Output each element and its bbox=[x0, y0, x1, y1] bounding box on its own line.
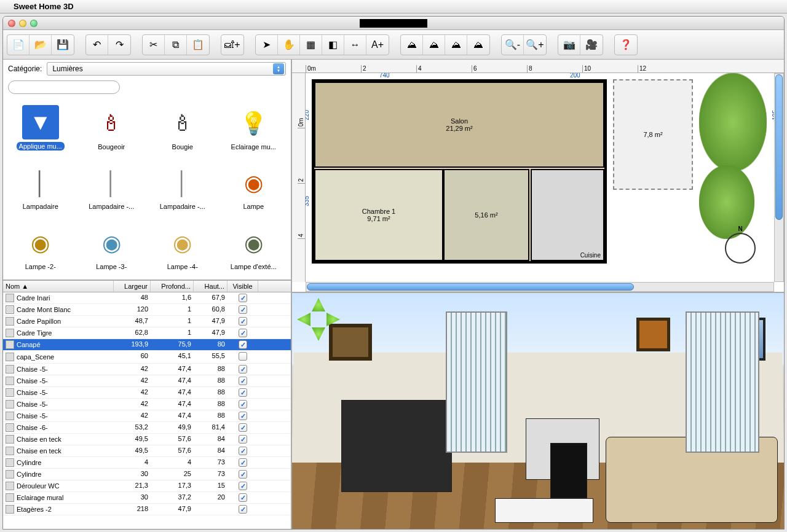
visible-checkbox[interactable]: ✓ bbox=[239, 423, 247, 432]
floorplan-outline[interactable]: Salon 21,29 m² Chambre 1 9,71 m² 5,16 m²… bbox=[312, 79, 607, 264]
cell-visible[interactable]: ✓ bbox=[227, 422, 258, 433]
open-file-button[interactable]: 📂 bbox=[30, 35, 52, 55]
add-furniture-button[interactable]: 🛋+ bbox=[221, 35, 243, 55]
table-row[interactable]: Cylindre4473✓ bbox=[3, 457, 291, 469]
cell-visible[interactable]: ✓ bbox=[227, 434, 258, 445]
table-row[interactable]: Eclairage mural3037,220✓ bbox=[3, 492, 291, 504]
visible-checkbox[interactable]: ✓ bbox=[239, 317, 247, 326]
table-row[interactable]: Cadre Mont Blanc120160,8✓ bbox=[3, 304, 291, 316]
column-visible[interactable]: Visible bbox=[227, 281, 258, 292]
cut-button[interactable]: ✂ bbox=[143, 35, 165, 55]
visible-checkbox[interactable]: ✓ bbox=[239, 388, 247, 397]
minimize-window-button[interactable] bbox=[19, 20, 26, 27]
app-name[interactable]: Sweet Home 3D bbox=[14, 2, 74, 11]
help-button[interactable]: ❓ bbox=[615, 35, 637, 55]
window-titlebar[interactable] bbox=[3, 17, 784, 30]
table-row[interactable]: Cadre Tigre62,8147,9✓ bbox=[3, 327, 291, 339]
cell-visible[interactable]: ✓ bbox=[227, 387, 258, 398]
visible-checkbox[interactable]: ✓ bbox=[239, 365, 247, 374]
cell-visible[interactable]: ✓ bbox=[227, 339, 258, 350]
nav-up-button[interactable] bbox=[312, 298, 325, 311]
view-top-button[interactable]: ⛰ bbox=[445, 35, 467, 55]
category-select[interactable]: Lumières ▲▼ bbox=[47, 62, 286, 76]
column-depth[interactable]: Profond... bbox=[151, 281, 194, 292]
catalog-item[interactable]: 🕯Bougeoir bbox=[77, 99, 147, 153]
cell-visible[interactable]: ✓ bbox=[227, 316, 258, 327]
visible-checkbox[interactable]: ✓ bbox=[239, 412, 247, 420]
table-row[interactable]: Chaise -5-4247,488✓ bbox=[3, 387, 291, 399]
close-window-button[interactable] bbox=[8, 20, 15, 27]
nav-down-button[interactable] bbox=[312, 327, 325, 341]
catalog-item[interactable]: 💡Eclairage mu... bbox=[219, 99, 289, 153]
plan-3d-button[interactable]: ⛰ bbox=[401, 35, 423, 55]
undo-button[interactable]: ↶ bbox=[86, 35, 108, 55]
tree-icon[interactable] bbox=[699, 165, 754, 239]
visible-checkbox[interactable]: ✓ bbox=[239, 505, 247, 514]
save-file-button[interactable]: 💾 bbox=[52, 35, 74, 55]
cell-visible[interactable]: ✓ bbox=[227, 364, 258, 375]
plan-scrollbar-vertical[interactable] bbox=[774, 73, 784, 282]
catalog-item[interactable]: ◉Lampe -3- bbox=[77, 219, 147, 273]
furniture-table[interactable]: Nom ▲ Largeur Profond... Haut... Visible… bbox=[3, 281, 291, 529]
view-north-button[interactable]: ⛰ bbox=[423, 35, 445, 55]
plan-canvas[interactable]: Salon 21,29 m² Chambre 1 9,71 m² 5,16 m²… bbox=[306, 73, 774, 282]
catalog-item[interactable]: │Lampadaire -... bbox=[148, 158, 218, 213]
room-tool-button[interactable]: ◧ bbox=[322, 35, 344, 55]
catalog-item[interactable]: 🕯Bougie bbox=[148, 99, 218, 153]
table-row[interactable]: capa_Scene6045,155,5 bbox=[3, 351, 291, 364]
visible-checkbox[interactable]: ✓ bbox=[239, 305, 247, 314]
table-row[interactable]: Etagères -221847,9✓ bbox=[3, 504, 291, 515]
dimension-tool-button[interactable]: ↔ bbox=[344, 35, 366, 55]
catalog-item[interactable]: ◉Lampe -2- bbox=[6, 219, 76, 273]
visible-checkbox[interactable]: ✓ bbox=[239, 329, 247, 337]
catalog-item[interactable]: │Lampadaire bbox=[6, 158, 76, 213]
plan-view[interactable]: 0m24681012 0m24 Salon 21,29 m² Chambre 1… bbox=[292, 60, 784, 293]
cell-visible[interactable]: ✓ bbox=[227, 292, 258, 303]
table-row[interactable]: Chaise -5-4247,488✓ bbox=[3, 399, 291, 410]
visible-checkbox[interactable]: ✓ bbox=[239, 340, 247, 349]
cell-visible[interactable]: ✓ bbox=[227, 375, 258, 386]
visible-checkbox[interactable]: ✓ bbox=[239, 447, 247, 455]
tv-3d[interactable] bbox=[341, 400, 452, 492]
select-tool-button[interactable]: ➤ bbox=[256, 35, 278, 55]
catalog-item[interactable]: ◉Lampe -4- bbox=[148, 219, 218, 273]
cell-visible[interactable]: ✓ bbox=[227, 480, 258, 491]
view-aerial-button[interactable]: ⛰ bbox=[467, 35, 489, 55]
column-name[interactable]: Nom ▲ bbox=[3, 281, 114, 292]
visible-checkbox[interactable]: ✓ bbox=[239, 377, 247, 385]
table-row[interactable]: Chaise en teck49,557,684✓ bbox=[3, 445, 291, 457]
video-button[interactable]: 🎥 bbox=[580, 35, 603, 55]
table-row[interactable]: Chaise -5-4247,488✓ bbox=[3, 364, 291, 375]
table-row[interactable]: Cadre Papillon48,7147,9✓ bbox=[3, 316, 291, 327]
room-bath[interactable]: 5,16 m² bbox=[443, 169, 529, 261]
room-salon[interactable]: Salon 21,29 m² bbox=[314, 82, 604, 168]
catalog-item[interactable]: ◉Lampe d'exté... bbox=[219, 219, 289, 273]
paste-button[interactable]: 📋 bbox=[187, 35, 209, 55]
table-row[interactable]: Canapé193,975,980✓ bbox=[3, 339, 291, 351]
scroll-thumb[interactable] bbox=[775, 74, 783, 220]
furniture-table-header[interactable]: Nom ▲ Largeur Profond... Haut... Visible bbox=[3, 281, 291, 292]
catalog-item[interactable]: ◉Lampe bbox=[219, 158, 289, 213]
table-row[interactable]: Cylindre302573✓ bbox=[3, 469, 291, 480]
wall-tool-button[interactable]: ▦ bbox=[300, 35, 322, 55]
copy-button[interactable]: ⧉ bbox=[165, 35, 187, 55]
cell-visible[interactable]: ✓ bbox=[227, 457, 258, 468]
nav-left-button[interactable] bbox=[297, 313, 310, 326]
cell-visible[interactable]: ✓ bbox=[227, 469, 258, 480]
compass-icon[interactable]: N bbox=[725, 233, 756, 264]
cell-visible[interactable]: ✓ bbox=[227, 445, 258, 456]
plan-scrollbar-horizontal[interactable] bbox=[306, 282, 774, 292]
picture-frame-3d[interactable] bbox=[636, 318, 670, 351]
table-row[interactable]: Cadre Inari481,667,9✓ bbox=[3, 292, 291, 304]
catalog-item[interactable]: ▼Applique mu... bbox=[6, 99, 76, 153]
cell-visible[interactable]: ✓ bbox=[227, 492, 258, 503]
text-tool-button[interactable]: A+ bbox=[366, 35, 389, 55]
table-row[interactable]: Chaise -5-4247,488✓ bbox=[3, 410, 291, 422]
scroll-thumb[interactable] bbox=[307, 283, 634, 291]
view-3d[interactable] bbox=[292, 293, 784, 529]
table-row[interactable]: Dérouleur WC21,317,315✓ bbox=[3, 480, 291, 492]
column-width[interactable]: Largeur bbox=[114, 281, 151, 292]
search-input[interactable] bbox=[8, 80, 120, 94]
cell-visible[interactable]: ✓ bbox=[227, 410, 258, 421]
visible-checkbox[interactable]: ✓ bbox=[239, 493, 247, 502]
